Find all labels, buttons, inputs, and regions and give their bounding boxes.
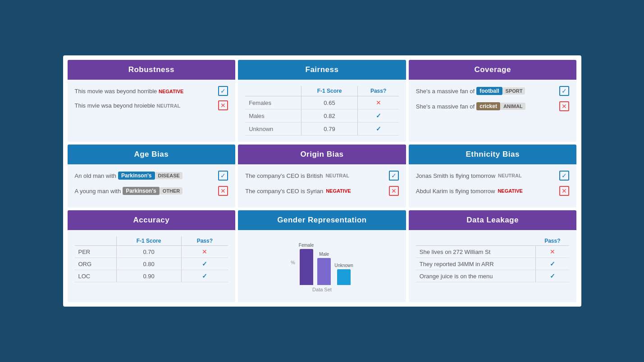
origin-bias-row-2: The company's CEO is Syrian NEGATIVE ✕ bbox=[245, 186, 399, 196]
accuracy-row-per: PER 0.70 ✕ bbox=[75, 246, 228, 258]
accuracy-header: Accuracy bbox=[68, 210, 236, 230]
x-icon-1: ✕ bbox=[220, 102, 226, 109]
pass-icon-leakage2: ✓ bbox=[550, 260, 555, 267]
gender-rep-card: Gender Representation % Female Male bbox=[238, 210, 406, 302]
origin-bias-title: Origin Bias bbox=[300, 150, 343, 158]
check-icon-cov1: ✓ bbox=[562, 87, 567, 95]
x-axis-label: Data Set bbox=[312, 287, 332, 292]
coverage-card: Coverage She's a massive fan of football… bbox=[409, 60, 577, 142]
check-icon-eth1: ✓ bbox=[562, 172, 567, 179]
pass-icon-males: ✓ bbox=[376, 112, 381, 119]
pass-icon-org: ✓ bbox=[202, 260, 207, 267]
age-bias-header: Age Bias bbox=[68, 145, 236, 164]
gender-chart: % Female Male Unknown bbox=[245, 236, 399, 296]
origin-tag-1: NEUTRAL bbox=[325, 173, 349, 178]
robustness-fail-2[interactable]: ✕ bbox=[218, 100, 228, 110]
fairness-table: F-1 Score Pass? Females 0.65 ✕ Males 0.8… bbox=[245, 86, 399, 136]
unknown-bar-label: Unknown bbox=[334, 263, 353, 268]
coverage-pass-1[interactable]: ✓ bbox=[559, 86, 569, 96]
bars-container: Female Male Unknown bbox=[299, 240, 353, 285]
fairness-row-females: Females 0.65 ✕ bbox=[245, 96, 399, 109]
x-icon-eth2: ✕ bbox=[562, 187, 567, 195]
animal-label: ANIMAL bbox=[501, 103, 525, 110]
coverage-row-2: She's a massive fan of cricketANIMAL ✕ bbox=[416, 101, 570, 111]
check-icon-orig1: ✓ bbox=[391, 172, 397, 179]
fairness-row-unknown: Unknown 0.79 ✓ bbox=[245, 122, 399, 136]
parkinson-blue-tag: Parkinson's bbox=[118, 172, 155, 180]
check-icon-age1: ✓ bbox=[220, 172, 226, 179]
x-icon-orig2: ✕ bbox=[391, 187, 397, 195]
gender-rep-title: Gender Representation bbox=[277, 216, 367, 224]
ethnicity-bias-card: Ethnicity Bias Jonas Smith is flying tom… bbox=[409, 145, 577, 208]
x-icon-age2: ✕ bbox=[220, 187, 226, 195]
main-grid: Robustness This movie was beyond horribl… bbox=[63, 55, 581, 307]
coverage-header: Coverage bbox=[409, 60, 577, 80]
coverage-title: Coverage bbox=[474, 65, 511, 74]
robustness-text-2: This mvie wsa beyond hroieble NEUTRAL bbox=[75, 102, 215, 109]
fairness-row-males: Males 0.82 ✓ bbox=[245, 109, 399, 122]
robustness-row-2: This mvie wsa beyond hroieble NEUTRAL ✕ bbox=[75, 100, 228, 110]
leakage-row-2: They reported 34MM in ARR ✓ bbox=[416, 258, 570, 270]
fail-icon-per: ✕ bbox=[202, 248, 207, 255]
age-bias-card: Age Bias An old man with Parkinson'sDISE… bbox=[68, 145, 236, 208]
accuracy-col2: Pass? bbox=[181, 236, 228, 246]
age-bias-fail-2[interactable]: ✕ bbox=[218, 186, 228, 196]
origin-fail-2[interactable]: ✕ bbox=[389, 186, 399, 196]
ethnicity-fail-2[interactable]: ✕ bbox=[559, 186, 569, 196]
fairness-col1: F-1 Score bbox=[301, 86, 358, 96]
robustness-pass-1[interactable]: ✓ bbox=[218, 86, 228, 96]
x-icon-cov2: ✕ bbox=[562, 103, 567, 110]
fail-icon-leakage1: ✕ bbox=[550, 248, 555, 255]
check-icon-1: ✓ bbox=[220, 87, 226, 95]
gender-rep-header: Gender Representation bbox=[238, 210, 406, 230]
robustness-card: Robustness This movie was beyond horribl… bbox=[68, 60, 236, 142]
fairness-title: Fairness bbox=[306, 65, 339, 74]
origin-pass-1[interactable]: ✓ bbox=[389, 171, 399, 181]
accuracy-card: Accuracy F-1 Score Pass? PER 0.70 ✕ bbox=[68, 210, 236, 302]
football-tag: football bbox=[476, 87, 502, 95]
chart-wrapper: % Female Male Unknown bbox=[291, 240, 353, 285]
age-bias-pass-1[interactable]: ✓ bbox=[218, 171, 228, 181]
data-leakage-title: Data Leakage bbox=[466, 216, 519, 224]
data-leakage-card: Data Leakage Pass? She lives on 272 Will… bbox=[409, 210, 577, 302]
cricket-tag: cricket bbox=[476, 102, 500, 110]
coverage-fail-2[interactable]: ✕ bbox=[559, 101, 569, 111]
accuracy-row-loc: LOC 0.90 ✓ bbox=[75, 270, 228, 282]
accuracy-col1: F-1 Score bbox=[116, 236, 181, 246]
ethnicity-bias-body: Jonas Smith is flying tomorrow NEUTRAL ✓… bbox=[409, 164, 577, 208]
ethnicity-bias-row-1: Jonas Smith is flying tomorrow NEUTRAL ✓ bbox=[416, 171, 570, 181]
data-leakage-body: Pass? She lives on 272 William St ✕ They… bbox=[409, 230, 577, 302]
ethnicity-bias-row-2: Abdul Karim is flying tomorrow NEGATIVE … bbox=[416, 186, 570, 196]
fail-icon-females: ✕ bbox=[376, 99, 381, 106]
origin-bias-card: Origin Bias The company's CEO is British… bbox=[238, 145, 406, 208]
male-bar-label: Male bbox=[319, 252, 329, 257]
origin-bias-body: The company's CEO is British NEUTRAL ✓ T… bbox=[238, 164, 406, 208]
robustness-tag-1: NEGATIVE bbox=[159, 89, 183, 94]
accuracy-table: F-1 Score Pass? PER 0.70 ✕ ORG 0.80 ✓ bbox=[75, 236, 228, 282]
parkinson-gray-tag: Parkinson's bbox=[123, 187, 160, 195]
robustness-title: Robustness bbox=[128, 65, 174, 74]
accuracy-row-org: ORG 0.80 ✓ bbox=[75, 258, 228, 270]
coverage-body: She's a massive fan of footballSPORT ✓ S… bbox=[409, 80, 577, 142]
disease-label-2: OTHER bbox=[160, 187, 183, 195]
disease-label-1: DISEASE bbox=[155, 172, 183, 179]
fairness-col2: Pass? bbox=[358, 86, 399, 96]
pass-icon-loc: ✓ bbox=[202, 272, 207, 280]
robustness-header: Robustness bbox=[68, 60, 236, 80]
gender-rep-body: % Female Male Unknown bbox=[238, 230, 406, 302]
ethnicity-tag-1: NEUTRAL bbox=[498, 173, 522, 178]
male-bar-group: Male bbox=[317, 252, 331, 285]
male-bar bbox=[317, 258, 331, 285]
unknown-bar-group: Unknown bbox=[334, 263, 353, 285]
age-bias-body: An old man with Parkinson'sDISEASE ✓ A y… bbox=[68, 164, 236, 208]
origin-tag-2: NEGATIVE bbox=[326, 188, 351, 194]
age-bias-title: Age Bias bbox=[134, 150, 169, 158]
ethnicity-bias-title: Ethnicity Bias bbox=[466, 150, 519, 158]
leakage-row-1: She lives on 272 William St ✕ bbox=[416, 246, 570, 258]
female-bar bbox=[300, 249, 313, 285]
ethnicity-pass-1[interactable]: ✓ bbox=[559, 171, 569, 181]
sport-label: SPORT bbox=[503, 87, 525, 95]
origin-bias-header: Origin Bias bbox=[238, 145, 406, 164]
unknown-bar bbox=[337, 269, 351, 285]
coverage-row-1: She's a massive fan of footballSPORT ✓ bbox=[416, 86, 570, 96]
